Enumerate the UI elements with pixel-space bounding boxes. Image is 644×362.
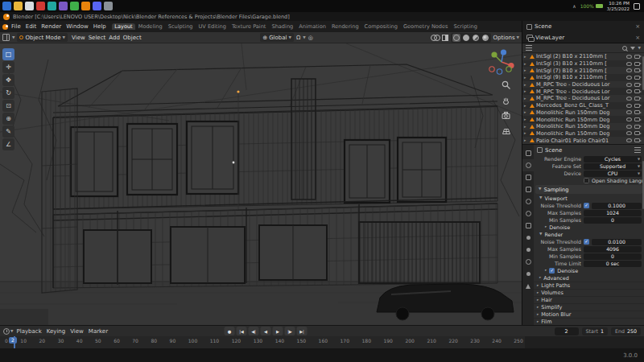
outliner-object-row[interactable]: ▸ Monolithic Run 150mm Deg bbox=[522, 130, 644, 138]
timeline-ruler[interactable]: 0102030405060708090100110120130140150160… bbox=[0, 336, 644, 348]
proportional-edit-icon[interactable]: ◎ bbox=[308, 35, 313, 41]
frame-end-field[interactable]: End 250 bbox=[611, 327, 641, 335]
viewport-tool-button[interactable]: ⊡ bbox=[2, 100, 14, 112]
tray-expand-icon[interactable]: ∧ bbox=[572, 3, 576, 9]
current-frame-field[interactable]: 2 bbox=[555, 327, 579, 335]
transport-button[interactable]: ▶| bbox=[297, 327, 308, 335]
vp-min-samples-field[interactable]: 0 bbox=[584, 217, 642, 224]
workspace-tab[interactable]: Animation bbox=[296, 23, 329, 30]
outliner-search-icon[interactable] bbox=[622, 46, 627, 51]
vp-noise-field[interactable]: 0.1000 bbox=[592, 203, 642, 209]
zoom-icon[interactable] bbox=[502, 80, 511, 90]
properties-options-icon[interactable] bbox=[634, 147, 641, 153]
outliner-object-row[interactable]: ▸ M_RPC Tree - Deciduous Lor bbox=[522, 88, 644, 95]
viewport-menu-item[interactable]: Object bbox=[122, 35, 143, 41]
hide-in-viewport-icon[interactable] bbox=[626, 55, 632, 59]
disable-in-renders-icon[interactable] bbox=[634, 62, 640, 66]
transport-button[interactable]: ◀ bbox=[261, 327, 271, 335]
frame-start-field[interactable]: Start 1 bbox=[582, 327, 608, 335]
expand-icon[interactable]: ▸ bbox=[524, 131, 528, 135]
properties-tab[interactable] bbox=[522, 268, 534, 280]
render-subsection-header[interactable]: ▼Render bbox=[534, 231, 644, 238]
transport-button[interactable]: |▶ bbox=[285, 327, 295, 335]
expand-icon[interactable]: ▸ bbox=[524, 68, 528, 72]
expand-icon[interactable]: ▸ bbox=[524, 104, 528, 108]
workspace-tab[interactable]: Rendering bbox=[328, 23, 361, 30]
properties-tab[interactable] bbox=[522, 256, 534, 268]
taskbar-app-icon[interactable] bbox=[2, 2, 11, 10]
disable-in-renders-icon[interactable] bbox=[634, 104, 640, 108]
viewport-menu-item[interactable]: View bbox=[70, 35, 87, 41]
properties-tab[interactable] bbox=[522, 244, 534, 256]
time-limit-field[interactable]: 0 sec bbox=[584, 261, 642, 267]
disable-in-renders-icon[interactable] bbox=[634, 76, 640, 80]
workspace-tab[interactable]: Sculpting bbox=[165, 23, 196, 30]
shading-wireframe-button[interactable] bbox=[452, 34, 460, 42]
hide-in-viewport-icon[interactable] bbox=[626, 104, 632, 108]
timeline-menu-item[interactable]: Marker bbox=[86, 328, 110, 335]
r-denoise-header[interactable]: ▸✓ Denoise bbox=[534, 267, 644, 274]
expand-icon[interactable]: ▸ bbox=[524, 55, 528, 59]
hide-in-viewport-icon[interactable] bbox=[626, 68, 632, 72]
taskbar-app-icon[interactable] bbox=[81, 2, 90, 10]
feature-set-dropdown[interactable]: Supported▼ bbox=[584, 163, 642, 170]
viewport-tool-button[interactable]: ✎ bbox=[2, 125, 14, 138]
render-engine-dropdown[interactable]: Cycles▼ bbox=[584, 156, 642, 162]
timeline-menu-item[interactable]: View bbox=[68, 328, 86, 335]
expand-icon[interactable]: ▸ bbox=[524, 110, 528, 114]
workspace-tab[interactable]: Scripting bbox=[451, 23, 480, 30]
hide-in-viewport-icon[interactable] bbox=[626, 110, 632, 114]
properties-tab[interactable] bbox=[522, 280, 534, 292]
workspace-tab[interactable]: UV Editing bbox=[196, 23, 229, 30]
expand-icon[interactable]: ▸ bbox=[524, 89, 528, 93]
workspace-tab[interactable]: Modeling bbox=[135, 23, 165, 30]
navigation-gizmo[interactable] bbox=[488, 48, 515, 76]
r-noise-field[interactable]: 0.0100 bbox=[592, 239, 642, 245]
r-noise-checkbox[interactable]: ✓ bbox=[584, 239, 589, 245]
advanced-header[interactable]: ▸Advanced bbox=[534, 274, 644, 282]
viewport-menu-item[interactable]: Add bbox=[107, 35, 122, 41]
disable-in-renders-icon[interactable] bbox=[634, 131, 640, 135]
expand-icon[interactable]: ▸ bbox=[524, 76, 528, 80]
hide-in-viewport-icon[interactable] bbox=[626, 97, 632, 101]
outliner-object-row[interactable]: ▸ IntSgl (7) B10 x 2110mm [ bbox=[522, 67, 644, 74]
pan-hand-icon[interactable] bbox=[502, 96, 511, 105]
scene-unlink-icon[interactable]: × bbox=[635, 23, 640, 30]
workspace-tab[interactable]: Layout bbox=[112, 23, 135, 30]
editor-type-icon[interactable] bbox=[2, 34, 10, 41]
disable-in-renders-icon[interactable] bbox=[634, 117, 640, 121]
properties-tab[interactable] bbox=[522, 171, 534, 183]
outliner-object-row[interactable]: ▸ IntSgl (3) B10 x 2110mm [ bbox=[522, 60, 644, 68]
taskbar-app-icon[interactable] bbox=[59, 2, 68, 10]
viewport-tool-button[interactable]: ⊕ bbox=[2, 113, 14, 125]
collapsed-section-header[interactable]: ▸Film bbox=[534, 318, 644, 325]
timeline-editor-icon[interactable] bbox=[3, 328, 10, 335]
topbar-menu-item[interactable]: Render bbox=[39, 23, 64, 30]
viewport-tool-button[interactable]: ✛ bbox=[2, 61, 14, 73]
collapsed-section-header[interactable]: ▸Volumes bbox=[534, 289, 644, 296]
perspective-toggle-icon[interactable] bbox=[502, 126, 511, 136]
taskbar-app-icon[interactable] bbox=[25, 2, 34, 10]
workspace-tab[interactable]: Geometry Nodes bbox=[400, 23, 451, 30]
r-denoise-checkbox[interactable]: ✓ bbox=[549, 268, 555, 274]
battery-indicator[interactable]: 100% bbox=[580, 3, 603, 9]
collapsed-section-header[interactable]: ▸Light Paths bbox=[534, 282, 644, 289]
disable-in-renders-icon[interactable] bbox=[634, 68, 640, 72]
orientation-dropdown[interactable]: ⊕ Global ▼ bbox=[260, 33, 294, 42]
shading-solid-button[interactable] bbox=[462, 34, 470, 42]
properties-tab[interactable] bbox=[522, 220, 534, 232]
disable-in-renders-icon[interactable] bbox=[634, 110, 640, 114]
device-dropdown[interactable]: CPU▼ bbox=[584, 171, 642, 177]
xray-toggle-icon[interactable] bbox=[442, 35, 448, 41]
taskbar-app-icon[interactable] bbox=[47, 2, 56, 10]
shading-material-button[interactable] bbox=[472, 34, 480, 42]
expand-icon[interactable]: ▸ bbox=[524, 97, 528, 101]
hide-in-viewport-icon[interactable] bbox=[626, 125, 632, 129]
workspace-tab[interactable]: Compositing bbox=[361, 23, 400, 30]
collapsed-section-header[interactable]: ▸Simplify bbox=[534, 303, 644, 311]
viewport-tool-button[interactable]: ↻ bbox=[2, 87, 14, 99]
scene-selector[interactable]: Scene × bbox=[522, 21, 644, 32]
sampling-section-header[interactable]: ▼Sampling bbox=[535, 185, 642, 194]
outliner-object-row[interactable]: ▸ Patio Chair01 Patio Chair01 bbox=[522, 137, 644, 144]
properties-tab[interactable] bbox=[522, 232, 534, 244]
